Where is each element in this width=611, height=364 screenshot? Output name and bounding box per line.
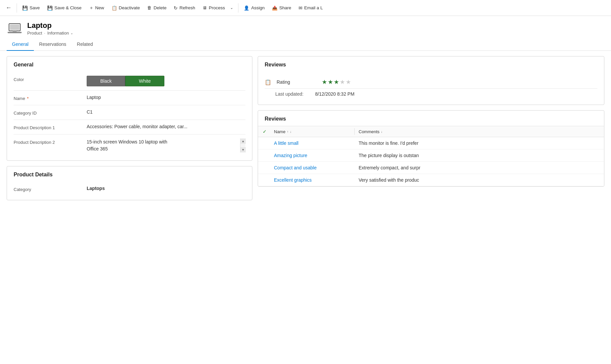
reviews-summary-body: 📋 Rating ★ ★ ★ ★ ★ Last updated: 8/12/20… (258, 72, 604, 105)
category-id-row: Category ID C1 (14, 105, 245, 120)
category-id-label: Category ID (14, 109, 80, 116)
general-card-title: General (7, 56, 252, 72)
deactivate-button[interactable]: 📋 Deactivate (108, 3, 143, 13)
tab-related[interactable]: Related (72, 38, 98, 51)
review-rows-container: A little small This monitor is fine. I'd… (258, 137, 604, 186)
th-comments: Comments ↓ (355, 129, 604, 134)
rating-label: Rating (277, 79, 316, 85)
product-desc1-label: Product Description 1 (14, 124, 80, 130)
right-column: Reviews 📋 Rating ★ ★ ★ ★ ★ Last updated:… (258, 56, 604, 356)
share-icon: 📤 (272, 5, 278, 11)
rating-icon: 📋 (265, 79, 271, 85)
reviews-summary-title: Reviews (258, 56, 604, 72)
tab-general[interactable]: General (7, 38, 34, 51)
page-title: Laptop (27, 21, 73, 30)
star-2: ★ (328, 78, 333, 86)
scroll-indicator: ▲ ▼ (240, 138, 245, 152)
star-1: ★ (322, 78, 327, 86)
rating-row: 📋 Rating ★ ★ ★ ★ ★ (265, 76, 597, 88)
color-toggle: Black White (87, 76, 245, 86)
review-name: Amazing picture (271, 153, 354, 158)
breadcrumb-product: Product (27, 31, 42, 36)
product-details-form: Category Laptops (7, 182, 252, 200)
process-button[interactable]: 🖥 Process (199, 3, 226, 12)
comments-sort-icon[interactable]: ↓ (381, 130, 383, 134)
left-column: General Color Black White Name (7, 56, 252, 356)
back-button[interactable]: ← (3, 2, 15, 14)
table-row: Amazing picture The picture display is o… (258, 149, 604, 162)
reviews-table-header: ✓ Name ↑ ↓ Comments ↓ (258, 126, 604, 137)
review-comment: This monitor is fine. I'd prefer (355, 140, 604, 146)
category-id-value[interactable]: C1 (87, 109, 245, 115)
name-label: Name * (14, 95, 80, 101)
email-button[interactable]: ✉ Email a L (295, 3, 326, 13)
star-rating: ★ ★ ★ ★ ★ (322, 78, 351, 86)
review-comment: The picture display is outstan (355, 153, 604, 158)
product-desc1-row: Product Description 1 Accessories: Power… (14, 120, 245, 135)
assign-button[interactable]: 👤 Assign (240, 3, 268, 13)
review-name-link[interactable]: A little small (274, 140, 299, 146)
email-icon: ✉ (299, 5, 303, 11)
color-white-button[interactable]: White (125, 76, 164, 86)
share-button[interactable]: 📤 Share (269, 3, 295, 13)
breadcrumb-info-dropdown[interactable]: Information ⌄ (47, 31, 73, 36)
review-name-link[interactable]: Excellent graphics (274, 177, 312, 183)
name-sort-asc-icon[interactable]: ↑ (287, 130, 289, 134)
name-sort-desc-icon[interactable]: ↓ (290, 130, 292, 134)
refresh-button[interactable]: ↻ Refresh (170, 3, 198, 13)
color-label: Color (14, 76, 80, 82)
new-button[interactable]: ＋ New (86, 3, 108, 13)
category-row: Category Laptops (14, 182, 245, 196)
main-content: General Color Black White Name (0, 51, 611, 362)
star-4: ★ (340, 78, 345, 86)
assign-icon: 👤 (244, 5, 249, 11)
last-updated-row: Last updated: 8/12/2020 8:32 PM (265, 88, 597, 99)
th-check[interactable]: ✓ (258, 129, 271, 134)
reviews-table-card: Reviews ✓ Name ↑ ↓ Comments ↓ A (258, 110, 604, 187)
name-row: Name * Laptop (14, 91, 245, 105)
scroll-down-button[interactable]: ▼ (240, 147, 246, 152)
table-row: Compact and usable Extremely compact, an… (258, 162, 604, 174)
process-icon: 🖥 (203, 5, 207, 10)
tabs: General Reservations Related (0, 38, 611, 51)
product-desc1-value[interactable]: Accessories: Power cable, monitor adapte… (87, 124, 245, 129)
th-name: Name ↑ ↓ (271, 129, 354, 134)
process-dropdown-button[interactable]: ⌄ (227, 3, 236, 13)
review-name-link[interactable]: Amazing picture (274, 153, 307, 158)
product-desc2-value: 15-inch screen Windows 10 laptop with Of… (87, 138, 245, 152)
color-row: Color Black White (14, 72, 245, 91)
name-value[interactable]: Laptop (87, 95, 245, 100)
save-close-button[interactable]: 💾 Save & Close (44, 3, 85, 13)
product-details-card: Product Details Category Laptops (7, 166, 252, 200)
save-close-icon: 💾 (47, 5, 53, 11)
color-black-button[interactable]: Black (87, 76, 125, 86)
review-comment: Extremely compact, and surpr (355, 165, 604, 170)
general-form: Color Black White Name * Laptop (7, 72, 252, 160)
scroll-up-button[interactable]: ▲ (240, 138, 246, 144)
review-name: Excellent graphics (271, 177, 354, 183)
color-value: Black White (87, 76, 245, 86)
general-card: General Color Black White Name (7, 56, 252, 161)
delete-icon: 🗑 (147, 5, 152, 10)
review-name-link[interactable]: Compact and usable (274, 165, 316, 170)
last-updated-value: 8/12/2020 8:32 PM (315, 91, 354, 97)
toolbar-divider-1 (17, 3, 17, 13)
save-button[interactable]: 💾 Save (19, 3, 43, 13)
review-name: Compact and usable (271, 165, 354, 170)
header-text: Laptop Product · Information ⌄ (27, 21, 73, 36)
breadcrumb-separator: · (44, 31, 45, 36)
breadcrumb: Product · Information ⌄ (27, 31, 73, 36)
table-row: Excellent graphics Very satisfied with t… (258, 174, 604, 186)
product-details-title: Product Details (7, 166, 252, 182)
category-label: Category (14, 186, 80, 192)
tab-reservations[interactable]: Reservations (34, 38, 72, 51)
table-row: A little small This monitor is fine. I'd… (258, 137, 604, 149)
delete-button[interactable]: 🗑 Delete (144, 3, 170, 12)
review-comment: Very satisfied with the produc (355, 177, 604, 183)
product-icon (7, 22, 23, 35)
page-header: Laptop Product · Information ⌄ (0, 16, 611, 38)
save-icon: 💾 (22, 5, 28, 11)
new-icon: ＋ (89, 5, 94, 11)
category-value: Laptops (87, 186, 245, 191)
product-desc2-row: Product Description 2 15-inch screen Win… (14, 135, 245, 156)
